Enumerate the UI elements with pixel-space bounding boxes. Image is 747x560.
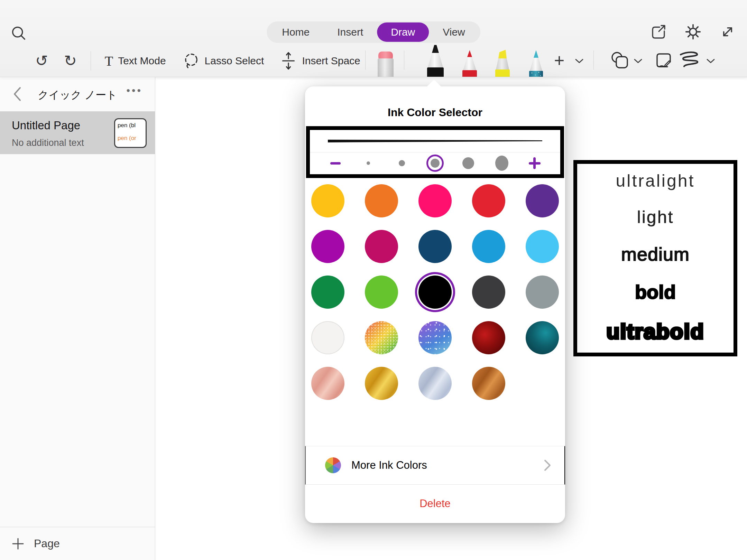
add-page-button[interactable]: Page — [0, 527, 155, 560]
app-window: HomeInsertDrawView — [0, 0, 747, 560]
text-mode-label: Text Mode — [118, 55, 166, 67]
eraser-tool[interactable] — [375, 51, 396, 77]
thickness-dot-2[interactable] — [393, 155, 411, 172]
tab-view[interactable]: View — [429, 22, 479, 42]
color-swatch-green[interactable] — [311, 276, 344, 309]
tab-insert[interactable]: Insert — [323, 22, 377, 42]
color-swatch-grid — [311, 184, 559, 400]
more-ink-colors-label: More Ink Colors — [351, 459, 427, 472]
pen-black-tool[interactable] — [423, 45, 448, 77]
thickness-selector — [306, 126, 564, 178]
more-options-button[interactable]: ••• — [124, 84, 145, 97]
share-icon — [649, 22, 668, 41]
color-swatch-rose-gold[interactable] — [311, 367, 344, 400]
ink-color-selector-popup: Ink Color Selector More Ink Colors Delet… — [305, 86, 565, 523]
color-swatch-violet[interactable] — [311, 230, 344, 263]
weight-sample-light: light — [637, 208, 674, 226]
color-swatch-light-blue[interactable] — [526, 230, 559, 263]
pen-red-tool[interactable] — [459, 49, 481, 77]
color-swatch-ocean-teal[interactable] — [526, 321, 559, 354]
fullscreen-button[interactable] — [718, 22, 737, 41]
pen-red-icon — [459, 49, 481, 77]
scribble-icon — [679, 51, 701, 69]
undo-button[interactable]: ↺ — [33, 53, 50, 69]
tab-home[interactable]: Home — [268, 22, 323, 42]
color-swatch-navy-blue[interactable] — [418, 230, 452, 263]
share-button[interactable] — [649, 22, 668, 41]
color-swatch-pink[interactable] — [418, 184, 452, 217]
thumbnail-text-black: pen (bl — [115, 122, 146, 128]
ink-replay-button[interactable] — [654, 50, 674, 71]
lasso-select-button[interactable]: Lasso Select — [180, 52, 266, 70]
color-swatch-dark-gray[interactable] — [472, 276, 505, 309]
color-swatch-gray[interactable] — [526, 276, 559, 309]
add-page-label: Page — [34, 537, 60, 550]
highlighter-icon — [491, 49, 514, 77]
thumbnail-text-orange: pen (or — [115, 135, 146, 141]
thickness-dot-3[interactable] — [426, 155, 444, 172]
color-swatch-yellow[interactable] — [311, 184, 344, 217]
color-swatch-bronze[interactable] — [472, 367, 505, 400]
chevron-down-icon[interactable] — [634, 58, 643, 64]
color-swatch-white[interactable] — [311, 321, 344, 354]
top-chrome: HomeInsertDrawView — [0, 0, 747, 77]
more-ink-colors-button[interactable]: More Ink Colors — [305, 446, 565, 485]
pen-weight-samples-box: ultralightlightmediumboldultrabold — [573, 160, 737, 356]
pencil-galaxy-icon — [525, 49, 547, 77]
color-swatch-blue[interactable] — [472, 230, 505, 263]
page-subtitle: No additional text — [12, 138, 84, 148]
chevron-right-icon — [544, 459, 551, 472]
expand-arrows-icon — [718, 22, 737, 41]
redo-button[interactable]: ↻ — [62, 53, 79, 69]
plus-icon — [12, 538, 24, 550]
color-swatch-dark-pink[interactable] — [365, 230, 398, 263]
pencil-galaxy-tool[interactable] — [525, 49, 547, 77]
thickness-dot-4[interactable] — [460, 155, 477, 172]
thickness-decrease-button[interactable] — [327, 155, 344, 171]
sidebar-header: クイック ノート ••• — [0, 77, 155, 111]
color-swatch-black[interactable] — [418, 276, 452, 309]
toolbar-divider — [593, 50, 594, 70]
ink-to-shape-button[interactable] — [679, 51, 701, 69]
page-list-item-selected[interactable]: Untitled Page No additional text pen (bl… — [0, 111, 155, 154]
tab-draw[interactable]: Draw — [377, 22, 429, 42]
eraser-icon — [375, 51, 396, 77]
highlighter-yellow-tool[interactable] — [491, 49, 514, 77]
weight-sample-ultralight: ultralight — [616, 172, 695, 189]
weight-sample-ultrabold: ultrabold — [606, 321, 704, 342]
color-swatch-red[interactable] — [472, 184, 505, 217]
chrome-actions — [649, 22, 737, 41]
weight-sample-medium: medium — [621, 245, 690, 263]
color-swatch-rainbow-glitter[interactable] — [365, 321, 398, 354]
shapes-button[interactable] — [609, 50, 630, 71]
color-swatch-lava-red[interactable] — [472, 321, 505, 354]
chevron-down-icon[interactable] — [706, 58, 715, 64]
chevron-down-icon[interactable] — [575, 58, 584, 64]
popup-title: Ink Color Selector — [305, 106, 565, 119]
lasso-select-label: Lasso Select — [205, 55, 264, 67]
delete-pen-button[interactable]: Delete — [305, 485, 565, 522]
text-mode-button[interactable]: T Text Mode — [103, 53, 168, 69]
insert-space-button[interactable]: Insert Space — [278, 51, 362, 71]
delete-label: Delete — [419, 497, 451, 510]
color-swatch-orange[interactable] — [365, 184, 398, 217]
color-swatch-silver[interactable] — [418, 367, 452, 400]
toolbar-divider — [404, 50, 404, 70]
weight-sample-bold: bold — [635, 282, 676, 302]
color-swatch-light-green[interactable] — [365, 276, 398, 309]
search-button[interactable] — [8, 23, 29, 44]
page-title: Untitled Page — [12, 119, 80, 132]
color-swatch-galaxy[interactable] — [418, 321, 452, 354]
ribbon-tabs: HomeInsertDrawView — [267, 21, 480, 43]
stroke-preview — [310, 130, 560, 152]
gear-icon — [684, 22, 702, 41]
shapes-icon — [609, 50, 630, 71]
settings-button[interactable] — [683, 22, 703, 41]
thickness-increase-button[interactable] — [526, 155, 543, 171]
color-swatch-gold[interactable] — [365, 367, 398, 400]
thickness-dot-1[interactable] — [360, 155, 377, 172]
insert-space-icon — [280, 51, 297, 71]
color-swatch-purple[interactable] — [526, 184, 559, 217]
add-pen-button[interactable]: + — [552, 51, 566, 70]
thickness-dot-5[interactable] — [493, 155, 510, 172]
